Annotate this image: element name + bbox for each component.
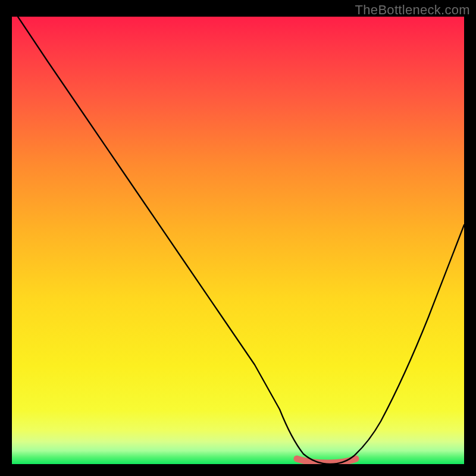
plot-area: [12, 17, 464, 464]
watermark-text: TheBottleneck.com: [355, 2, 470, 18]
bottleneck-curve-svg: [12, 17, 464, 464]
bottleneck-curve: [18, 17, 464, 464]
chart-frame: TheBottleneck.com: [0, 0, 476, 476]
